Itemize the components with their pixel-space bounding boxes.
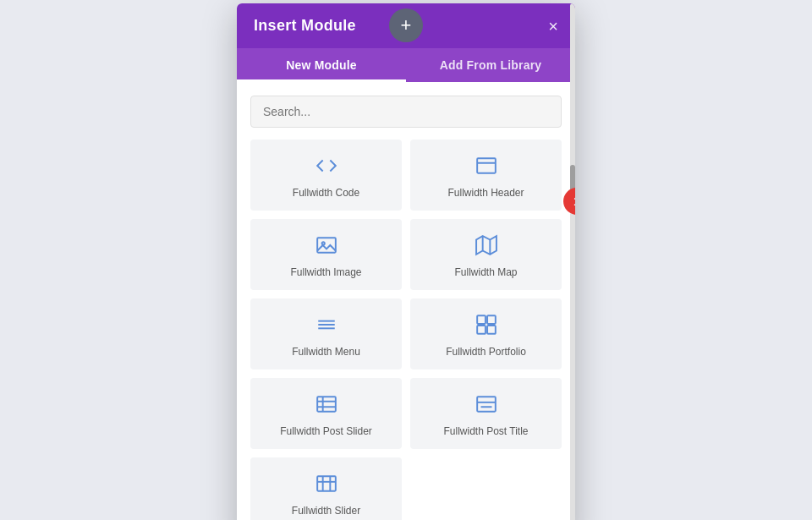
module-label: Fullwidth Image <box>290 266 361 278</box>
svg-rect-12 <box>477 326 486 334</box>
svg-rect-11 <box>487 315 496 324</box>
module-fullwidth-post-slider[interactable]: Fullwidth Post Slider <box>250 378 402 449</box>
tab-new-module[interactable]: New Module <box>237 48 406 82</box>
module-label: Fullwidth Slider <box>292 505 360 517</box>
module-label: Fullwidth Map <box>454 266 517 278</box>
svg-rect-14 <box>317 397 336 411</box>
module-fullwidth-map[interactable]: Fullwidth Map <box>410 219 562 290</box>
module-label: Fullwidth Post Slider <box>280 425 372 437</box>
slider-icon <box>315 473 337 498</box>
plus-button[interactable]: + <box>389 8 423 42</box>
svg-point-3 <box>321 242 324 244</box>
module-fullwidth-header[interactable]: Fullwidth Header <box>410 140 562 211</box>
modal-tabs: New Module Add From Library <box>237 48 575 82</box>
code-icon <box>315 155 337 180</box>
module-label: Fullwidth Portfolio <box>446 346 526 358</box>
module-label: Fullwidth Header <box>447 187 524 199</box>
search-input[interactable] <box>250 96 562 128</box>
scrollbar-track[interactable] <box>570 3 575 520</box>
modal-body: Fullwidth Code Fullwidth Header <box>237 82 575 520</box>
module-fullwidth-image[interactable]: Fullwidth Image <box>250 219 402 290</box>
svg-rect-13 <box>487 326 496 334</box>
module-fullwidth-menu[interactable]: Fullwidth Menu <box>250 298 402 369</box>
close-button[interactable]: × <box>548 18 558 35</box>
image-icon <box>315 234 337 260</box>
module-fullwidth-portfolio[interactable]: Fullwidth Portfolio <box>410 298 562 369</box>
module-label: Fullwidth Menu <box>292 346 360 358</box>
module-fullwidth-slider[interactable]: Fullwidth Slider <box>250 457 402 520</box>
svg-marker-4 <box>476 236 497 255</box>
map-icon <box>475 234 497 260</box>
module-fullwidth-post-title[interactable]: Fullwidth Post Title <box>410 378 562 449</box>
svg-rect-0 <box>477 158 496 172</box>
module-label: Fullwidth Post Title <box>443 425 528 437</box>
page-wrapper: + Insert Module × New Module Add From Li… <box>0 0 812 520</box>
header-icon <box>475 155 497 180</box>
modules-grid: Fullwidth Code Fullwidth Header <box>250 140 562 520</box>
svg-rect-2 <box>317 238 336 252</box>
post-title-icon <box>475 393 497 419</box>
post-slider-icon <box>315 393 337 419</box>
tab-add-from-library[interactable]: Add From Library <box>406 48 575 82</box>
insert-module-modal: Insert Module × New Module Add From Libr… <box>237 3 575 520</box>
svg-rect-18 <box>477 397 496 411</box>
modal-title: Insert Module <box>254 17 356 35</box>
menu-icon <box>315 314 337 339</box>
svg-rect-10 <box>477 315 486 324</box>
module-label: Fullwidth Code <box>293 187 359 199</box>
module-fullwidth-code[interactable]: Fullwidth Code <box>250 140 402 211</box>
svg-rect-21 <box>317 476 336 490</box>
portfolio-icon <box>475 314 497 339</box>
